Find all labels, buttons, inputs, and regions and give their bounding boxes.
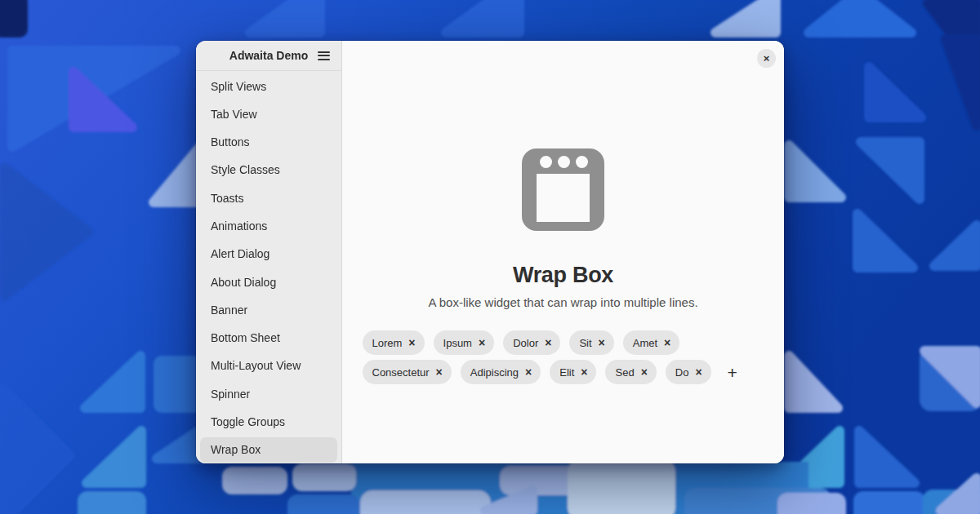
sidebar-item-label: About Dialog bbox=[211, 276, 276, 289]
chip-remove-button[interactable]: × bbox=[694, 366, 702, 378]
chip-remove-icon: × bbox=[525, 366, 532, 379]
page-description: A box-like widget that can wrap into mul… bbox=[428, 295, 697, 309]
chip-remove-button[interactable]: × bbox=[580, 366, 588, 378]
chip-remove-button[interactable]: × bbox=[598, 337, 606, 348]
chip: Adipiscing × bbox=[461, 360, 541, 384]
chip-remove-icon: × bbox=[581, 366, 587, 379]
sidebar-item[interactable]: Animations bbox=[200, 213, 337, 238]
chip: Amet × bbox=[623, 330, 680, 355]
chip-remove-icon: × bbox=[479, 336, 485, 349]
sidebar-item-label: Buttons bbox=[211, 135, 249, 148]
add-icon: + bbox=[727, 364, 737, 381]
sidebar-item[interactable]: Buttons bbox=[200, 130, 337, 155]
chip-remove-icon: × bbox=[695, 366, 702, 379]
chip-remove-icon: × bbox=[664, 336, 670, 349]
sidebar: Adwaita Demo Split Views Tab View Butto bbox=[196, 41, 342, 463]
chip-remove-button[interactable]: × bbox=[478, 337, 486, 348]
chip-remove-button[interactable]: × bbox=[663, 337, 671, 348]
desktop: Adwaita Demo Split Views Tab View Butto bbox=[0, 0, 980, 514]
chip-label: Consectetur bbox=[372, 366, 430, 379]
chip: Lorem × bbox=[363, 330, 425, 355]
add-chip-button[interactable]: + bbox=[720, 360, 745, 384]
sidebar-item[interactable]: Toasts bbox=[200, 185, 337, 210]
chip-remove-button[interactable]: × bbox=[544, 337, 552, 348]
app-title: Adwaita Demo bbox=[229, 49, 308, 62]
sidebar-item[interactable]: Wrap Box bbox=[200, 437, 337, 463]
sidebar-item-label: Bottom Sheet bbox=[211, 331, 280, 344]
chip-remove-button[interactable]: × bbox=[524, 366, 532, 378]
chip-label: Amet bbox=[633, 337, 657, 349]
chip: Elit × bbox=[550, 360, 596, 384]
close-button[interactable]: × bbox=[757, 49, 776, 68]
sidebar-item-label: Style Classes bbox=[211, 163, 280, 176]
chip-label: Sit bbox=[579, 337, 591, 349]
chip-remove-icon: × bbox=[545, 336, 551, 349]
sidebar-item-label: Banner bbox=[211, 304, 247, 317]
chip-remove-icon: × bbox=[641, 366, 648, 379]
chip: Sed × bbox=[605, 360, 656, 384]
page-title: Wrap Box bbox=[513, 263, 613, 288]
app-window: Adwaita Demo Split Views Tab View Butto bbox=[196, 41, 784, 463]
sidebar-item[interactable]: Style Classes bbox=[200, 157, 337, 183]
sidebar-nav: Split Views Tab View Buttons Style Class… bbox=[196, 71, 341, 463]
close-icon: × bbox=[764, 53, 770, 64]
chip-wrap-box: Lorem × Ipsum × Dolor × Sit bbox=[363, 330, 764, 384]
chip-remove-button[interactable]: × bbox=[640, 366, 648, 378]
window-icon-pane bbox=[537, 174, 590, 222]
chip: Do × bbox=[666, 360, 711, 384]
sidebar-item[interactable]: Split Views bbox=[200, 73, 337, 99]
chip-label: Dolor bbox=[513, 337, 538, 349]
chip-label: Lorem bbox=[372, 337, 403, 349]
sidebar-item-label: Toggle Groups bbox=[211, 415, 285, 428]
sidebar-item-label: Multi-Layout View bbox=[211, 359, 301, 372]
hamburger-menu-icon bbox=[318, 51, 330, 60]
sidebar-item[interactable]: Toggle Groups bbox=[200, 410, 337, 435]
sidebar-item-label: Split Views bbox=[211, 80, 266, 93]
chip-label: Ipsum bbox=[443, 337, 472, 349]
sidebar-item[interactable]: Multi-Layout View bbox=[200, 353, 337, 379]
chip: Ipsum × bbox=[434, 330, 495, 355]
sidebar-item[interactable]: Bottom Sheet bbox=[200, 326, 337, 351]
chip-remove-icon: × bbox=[436, 366, 443, 379]
sidebar-item-label: Tab View bbox=[211, 108, 257, 121]
menu-button[interactable] bbox=[312, 45, 335, 66]
chip: Sit × bbox=[569, 330, 613, 355]
window-placeholder-icon bbox=[522, 148, 604, 231]
content-pane: × Wrap Box A box-like widget that can wr… bbox=[342, 41, 784, 463]
sidebar-item[interactable]: Banner bbox=[200, 297, 337, 322]
sidebar-item-label: Spinner bbox=[211, 388, 250, 401]
sidebar-item[interactable]: Alert Dialog bbox=[200, 241, 337, 267]
chip-remove-icon: × bbox=[599, 336, 605, 349]
chip-label: Do bbox=[675, 366, 689, 379]
window-icon-dots bbox=[540, 156, 588, 168]
sidebar-item-label: Animations bbox=[211, 219, 267, 233]
sidebar-item-label: Toasts bbox=[211, 192, 243, 205]
chip: Dolor × bbox=[503, 330, 560, 355]
chip-label: Elit bbox=[559, 366, 574, 379]
sidebar-item[interactable]: Spinner bbox=[200, 381, 337, 406]
chip-remove-icon: × bbox=[408, 336, 415, 349]
sidebar-item[interactable]: Tab View bbox=[200, 101, 337, 126]
chip: Consectetur × bbox=[363, 360, 452, 384]
sidebar-header: Adwaita Demo bbox=[196, 41, 341, 71]
chip-label: Adipiscing bbox=[470, 366, 519, 379]
sidebar-item-label: Wrap Box bbox=[211, 443, 261, 456]
sidebar-item[interactable]: About Dialog bbox=[200, 269, 337, 295]
chip-label: Sed bbox=[615, 366, 634, 379]
chip-remove-button[interactable]: × bbox=[408, 337, 416, 348]
chip-remove-button[interactable]: × bbox=[435, 366, 443, 378]
sidebar-item-label: Alert Dialog bbox=[211, 247, 270, 260]
